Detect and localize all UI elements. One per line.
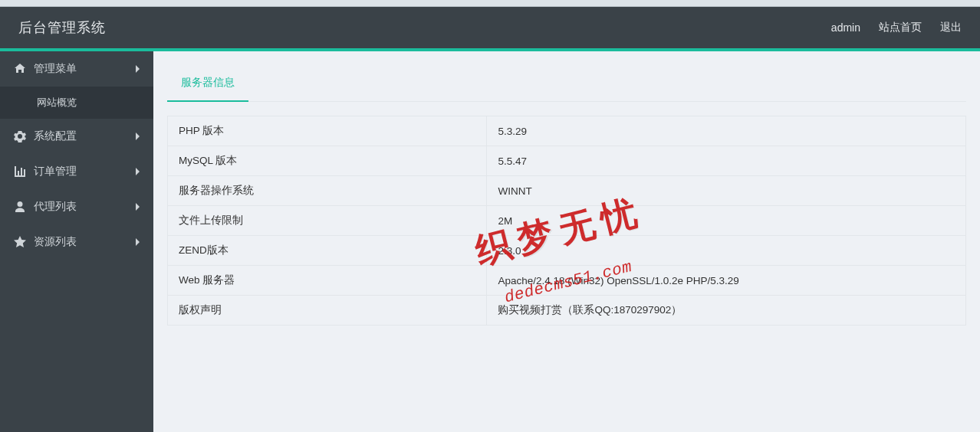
info-key: MySQL 版本: [168, 146, 487, 176]
info-val: Apache/2.4.18 (Win32) OpenSSL/1.0.2e PHP…: [487, 266, 966, 296]
sidebar-item-order-manage[interactable]: 订单管理: [0, 154, 153, 189]
chart-icon: [14, 165, 26, 178]
header-user[interactable]: admin: [831, 21, 860, 34]
info-key: PHP 版本: [168, 116, 487, 146]
info-val: 2.3.0: [487, 236, 966, 266]
info-val: WINNT: [487, 176, 966, 206]
sidebar-item-label: 订单管理: [34, 165, 136, 178]
app-title: 后台管理系统: [18, 18, 106, 37]
sidebar-item-system-config[interactable]: 系统配置: [0, 119, 153, 154]
info-val: 2M: [487, 206, 966, 236]
sidebar-item-label: 管理菜单: [34, 62, 136, 76]
info-key: 服务器操作系统: [168, 176, 487, 206]
panel-title: 服务器信息: [167, 65, 248, 102]
star-icon: [14, 236, 26, 248]
server-info-table: PHP 版本 5.3.29 MySQL 版本 5.5.47 服务器操作系统 WI…: [167, 116, 966, 326]
header-bar: 后台管理系统 admin 站点首页 退出: [0, 7, 980, 48]
info-key: 版权声明: [168, 296, 487, 326]
panel-header-wrap: 服务器信息: [167, 65, 966, 102]
info-val: 5.3.29: [487, 116, 966, 146]
caret-right-icon: [136, 65, 140, 73]
table-row: 文件上传限制 2M: [168, 206, 966, 236]
sidebar-item-label: 代理列表: [34, 200, 136, 214]
table-row: 版权声明 购买视频打赏（联系QQ:1870297902）: [168, 296, 966, 326]
table-row: 服务器操作系统 WINNT: [168, 176, 966, 206]
main-content: 服务器信息 PHP 版本 5.3.29 MySQL 版本 5.5.47 服务器操…: [153, 51, 980, 432]
table-row: Web 服务器 Apache/2.4.18 (Win32) OpenSSL/1.…: [168, 266, 966, 296]
sidebar-item-label: 系统配置: [34, 129, 136, 143]
cogs-icon: [14, 130, 26, 142]
table-row: MySQL 版本 5.5.47: [168, 146, 966, 176]
caret-right-icon: [136, 238, 140, 246]
caret-right-icon: [136, 168, 140, 175]
info-val: 购买视频打赏（联系QQ:1870297902）: [487, 296, 966, 326]
info-key: ZEND版本: [168, 236, 487, 266]
info-val: 5.5.47: [487, 146, 966, 176]
site-home-link[interactable]: 站点首页: [879, 21, 922, 34]
table-row: ZEND版本 2.3.0: [168, 236, 966, 266]
caret-right-icon: [136, 133, 140, 140]
sidebar-item-label: 资源列表: [34, 235, 136, 249]
browser-top-strip: [0, 0, 980, 7]
logout-link[interactable]: 退出: [940, 21, 962, 34]
sidebar-item-resource-list[interactable]: 资源列表: [0, 224, 153, 260]
user-icon: [14, 201, 26, 213]
sidebar-sub-site-overview[interactable]: 网站概览: [0, 87, 153, 119]
table-row: PHP 版本 5.3.29: [168, 116, 966, 146]
header-right: admin 站点首页 退出: [831, 21, 962, 34]
sidebar: 管理菜单 网站概览 系统配置 订单管理 代理列表: [0, 51, 153, 432]
sidebar-item-agent-list[interactable]: 代理列表: [0, 189, 153, 224]
caret-right-icon: [136, 203, 140, 211]
info-key: 文件上传限制: [168, 206, 487, 236]
sidebar-item-manage-menu[interactable]: 管理菜单: [0, 51, 153, 87]
info-key: Web 服务器: [168, 266, 487, 296]
home-icon: [14, 63, 26, 75]
